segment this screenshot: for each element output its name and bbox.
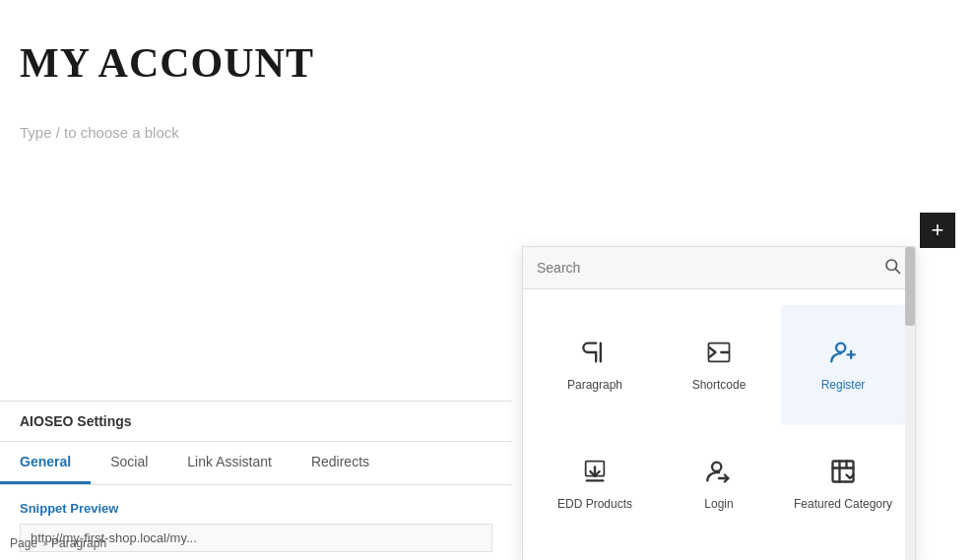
svg-point-8 <box>712 463 721 471</box>
block-search-input[interactable] <box>537 260 883 276</box>
block-label-login: Login <box>704 497 733 511</box>
scrollbar-thumb[interactable] <box>905 247 915 326</box>
block-label-shortcode: Shortcode <box>692 378 747 392</box>
block-item-login[interactable]: Login <box>657 425 781 545</box>
aioseo-tabs: General Social Link Assistant Redirects <box>0 442 512 485</box>
block-item-register[interactable]: Register <box>781 305 905 425</box>
tab-link-assistant[interactable]: Link Assistant <box>167 442 292 484</box>
shortcode-icon <box>705 339 733 370</box>
paragraph-icon <box>581 339 609 370</box>
register-icon <box>829 339 857 370</box>
svg-point-4 <box>836 342 845 351</box>
breadcrumb-current: Paragraph <box>51 536 106 550</box>
block-label-register: Register <box>821 378 866 392</box>
page-title: MY ACCOUNT <box>20 39 955 87</box>
svg-line-1 <box>895 269 899 273</box>
search-icon <box>883 257 901 279</box>
block-placeholder[interactable]: Type / to choose a block <box>20 116 955 149</box>
tab-general[interactable]: General <box>0 442 91 484</box>
tab-social[interactable]: Social <box>91 442 167 484</box>
login-icon <box>705 458 733 489</box>
featured-category-icon <box>829 458 857 489</box>
block-item-featured-category[interactable]: Featured Category <box>781 425 905 545</box>
block-label-featured-category: Featured Category <box>794 497 892 511</box>
breadcrumb: Page › Paragraph <box>10 536 106 550</box>
block-label-paragraph: Paragraph <box>567 378 622 392</box>
breadcrumb-separator: › <box>42 536 46 550</box>
block-picker-panel: Paragraph Shortcode <box>522 246 916 560</box>
block-item-paragraph[interactable]: Paragraph <box>533 305 657 425</box>
aioseo-header: AIOSEO Settings <box>0 402 512 442</box>
block-label-edd-products: EDD Products <box>557 497 632 511</box>
block-item-shortcode[interactable]: Shortcode <box>657 305 781 425</box>
tab-redirects[interactable]: Redirects <box>292 442 389 484</box>
block-item-edd-products[interactable]: EDD Products <box>533 425 657 545</box>
scrollbar-track[interactable] <box>905 247 915 560</box>
block-picker-grid: Paragraph Shortcode <box>523 289 915 560</box>
add-block-button[interactable]: + <box>920 213 955 248</box>
breadcrumb-page: Page <box>10 536 37 550</box>
edd-products-icon <box>581 458 609 489</box>
snippet-preview-label: Snippet Preview <box>20 501 492 516</box>
block-picker-search-bar <box>523 247 915 289</box>
